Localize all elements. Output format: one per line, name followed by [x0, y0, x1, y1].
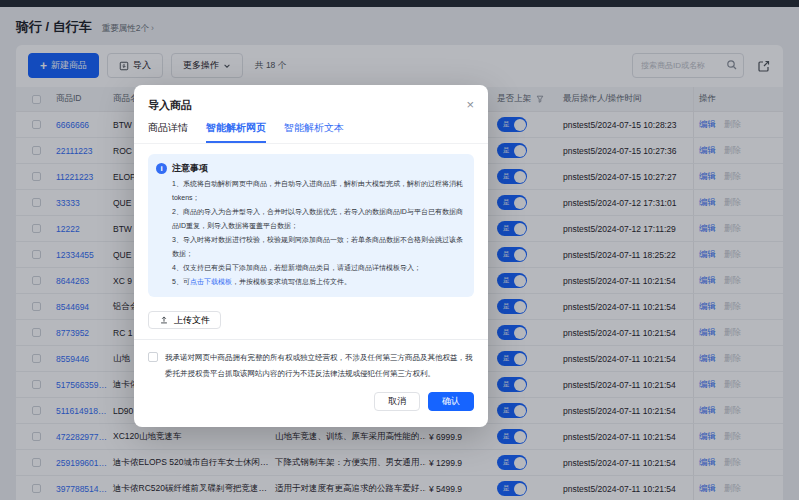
confirm-button[interactable]: 确认 — [428, 392, 474, 411]
upload-icon — [159, 315, 169, 325]
tab-smart-parse-webpage[interactable]: 智能解析网页 — [206, 121, 266, 143]
upload-file-button[interactable]: 上传文件 — [148, 311, 221, 329]
cancel-button[interactable]: 取消 — [374, 392, 420, 411]
close-icon[interactable]: × — [466, 98, 474, 111]
notice-line-4: 4、仅支持已有类目下添加商品，若想新增商品类目，请通过商品详情模板导入； — [172, 261, 464, 275]
notice-line-5: 5、可点击下载模板，并按模板要求填写信息后上传文件。 — [172, 275, 464, 289]
notice-line-1: 1、系统将自动解析网页中商品，并自动导入进商品库，解析由大模型完成，解析的过程将… — [172, 177, 464, 205]
import-products-modal: 导入商品 × 商品详情 智能解析网页 智能解析文本 i 注意事项 1、系统将自动… — [134, 85, 488, 427]
notice-box: i 注意事项 1、系统将自动解析网页中商品，并自动导入进商品库，解析由大模型完成… — [148, 154, 474, 297]
tab-product-details[interactable]: 商品详情 — [148, 121, 188, 143]
notice-list: 1、系统将自动解析网页中商品，并自动导入进商品库，解析由大模型完成，解析的过程将… — [172, 177, 464, 289]
info-icon: i — [156, 163, 167, 174]
modal-title: 导入商品 — [148, 98, 192, 113]
notice-line-2: 2、商品的导入为合并型导入，合并时以导入数据优先，若导入的数据商品ID与平台已有… — [172, 205, 464, 233]
notice-line-3: 3、导入时将对数据进行校验，校验规则同添加商品一致；若单条商品数据不合格则会跳过… — [172, 233, 464, 261]
agreement-checkbox[interactable] — [148, 352, 158, 362]
notice-title: 注意事项 — [172, 162, 208, 175]
agreement-text: 我承诺对网页中商品拥有完整的所有权或独立经营权，不涉及任何第三方商品及其他权益，… — [165, 350, 474, 382]
modal-tabs: 商品详情 智能解析网页 智能解析文本 — [134, 113, 488, 144]
tab-smart-parse-text[interactable]: 智能解析文本 — [284, 121, 344, 143]
download-template-link[interactable]: 点击下载模板 — [190, 278, 232, 285]
